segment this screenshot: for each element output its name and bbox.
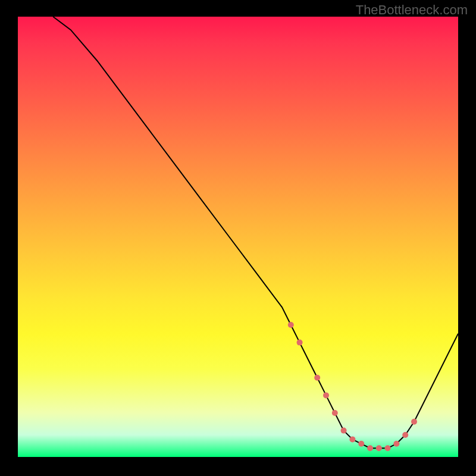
chart-plot-area [18, 17, 458, 457]
marker-dot [367, 445, 373, 451]
marker-dot [349, 436, 355, 442]
marker-dot [393, 441, 399, 447]
marker-dot [385, 445, 391, 451]
chart-svg [18, 17, 458, 457]
marker-dot [411, 419, 417, 425]
marker-dot [297, 340, 303, 346]
marker-dot [314, 375, 320, 381]
marker-dot [358, 441, 364, 447]
marker-dot [332, 410, 338, 416]
marker-dot [402, 432, 408, 438]
curve-line [53, 17, 458, 448]
marker-dot [376, 445, 382, 451]
marker-dots [288, 322, 417, 451]
marker-dot [288, 322, 294, 328]
watermark-text: TheBottleneck.com [356, 2, 468, 18]
marker-dot [323, 392, 329, 398]
marker-dot [341, 428, 347, 434]
